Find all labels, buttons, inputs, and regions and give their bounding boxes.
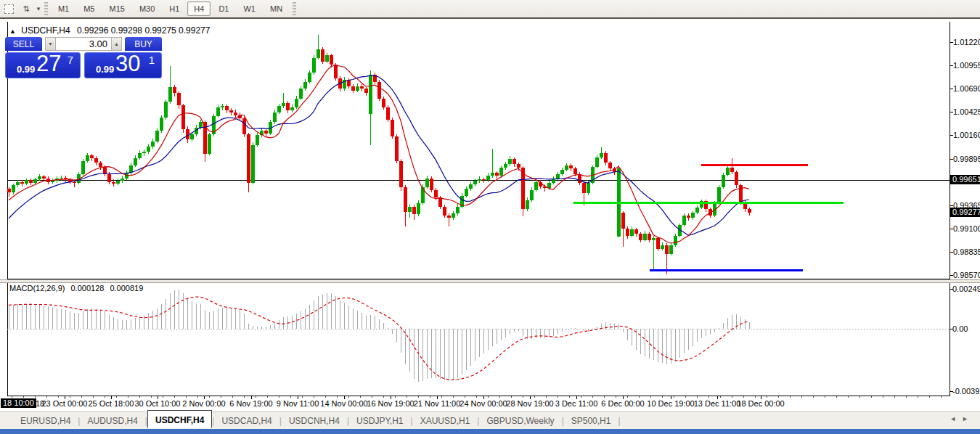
volume-increase-button[interactable]: ▲ — [111, 37, 122, 51]
chart-symbol: USDCHF,H4 — [21, 25, 70, 36]
tab-usdchf-h4[interactable]: USDCHF,H4 — [147, 410, 212, 428]
timeframe-button-w1[interactable]: W1 — [237, 1, 262, 16]
candle-body — [134, 158, 137, 165]
candle-body — [225, 106, 229, 110]
candle-body — [643, 234, 647, 239]
timeframe-button-mn[interactable]: MN — [264, 1, 289, 16]
candle-body — [273, 112, 277, 122]
tab-audusd-h4[interactable]: AUDUSD,H4 — [80, 414, 144, 428]
timeframe-button-h4[interactable]: H4 — [187, 1, 211, 16]
candle-body — [573, 168, 577, 173]
candle-body — [16, 182, 20, 186]
candle-body — [438, 197, 442, 206]
chart-shift-icon[interactable] — [2, 3, 15, 15]
candle-body — [556, 174, 560, 179]
timeframe-button-m15[interactable]: M15 — [102, 1, 131, 16]
tab-gbpusd-weekly[interactable]: GBPUSD,Weekly — [479, 414, 561, 428]
candle-body — [164, 102, 168, 118]
candle-body — [364, 89, 368, 93]
candle-body — [648, 234, 651, 239]
tab-scroll-arrows[interactable]: ◄► — [950, 415, 974, 422]
tab-sp500-h1[interactable]: SP500,H1 — [564, 414, 618, 428]
candle-body — [229, 110, 233, 112]
candle-body — [20, 182, 24, 184]
candle-body — [604, 153, 608, 163]
candle-body — [325, 55, 329, 61]
candle-body — [94, 158, 98, 163]
toolbar-grip-2[interactable] — [293, 2, 296, 15]
macd-value-1: 0.000128 — [70, 284, 104, 292]
candle-body — [33, 179, 37, 183]
timeframe-button-m30[interactable]: M30 — [133, 1, 161, 16]
volume-input[interactable]: 3.00 — [56, 37, 111, 51]
candle-body — [674, 236, 677, 245]
candle-body — [221, 106, 224, 107]
panel-splitter[interactable] — [0, 279, 980, 283]
candle-body — [722, 175, 725, 187]
toolbar-grip[interactable] — [44, 2, 48, 15]
tab-eurusd-h4[interactable]: EURUSD,H4 — [13, 414, 78, 428]
sell-price-box[interactable]: 0.99 27 7 — [5, 52, 81, 78]
candle-body — [295, 99, 298, 107]
candle-body — [177, 93, 181, 105]
tab-xauusd-h1[interactable]: XAUUSD,H1 — [413, 414, 478, 428]
candle-body — [277, 106, 281, 112]
candle-body — [486, 176, 490, 180]
timeframe-button-h1[interactable]: H1 — [163, 1, 186, 16]
sell-button[interactable]: SELL — [5, 37, 42, 51]
candle-body — [417, 203, 420, 215]
macd-signal-line — [9, 297, 749, 380]
candle-body — [669, 245, 673, 254]
candle-body — [517, 164, 520, 168]
tab-scroll-left-icon[interactable]: ◄ — [950, 415, 962, 422]
candle-body — [107, 174, 111, 182]
candle-body — [142, 152, 146, 152]
candle-body — [408, 207, 412, 212]
candle-body — [29, 180, 33, 183]
candle-body — [234, 112, 237, 115]
candle-body — [251, 145, 255, 183]
tab-usdcad-h4[interactable]: USDCAD,H4 — [214, 414, 279, 428]
macd-histogram — [9, 290, 750, 382]
candle-body — [7, 189, 11, 192]
candle-body — [147, 147, 150, 152]
candle-body — [569, 165, 573, 169]
candle-body — [639, 234, 642, 239]
candle-body — [264, 131, 268, 134]
chevron-down-icon[interactable]: ▼ — [36, 6, 41, 12]
buy-price-box[interactable]: 0.99 30 1 — [84, 52, 162, 78]
candle-body — [321, 49, 324, 62]
tab-usdjpy-h1[interactable]: USDJPY,H1 — [349, 414, 410, 428]
candle-body — [495, 173, 499, 176]
candle-body — [412, 207, 416, 215]
macd-name: MACD(12,26,9) — [9, 284, 65, 292]
candle-body — [687, 216, 690, 218]
symbols-arrows-icon[interactable]: ⇅ — [20, 3, 33, 15]
candle-body — [386, 107, 390, 120]
tab-scroll-right-icon[interactable]: ► — [962, 415, 974, 422]
candle-body — [356, 86, 359, 91]
timeframe-button-d1[interactable]: D1 — [212, 1, 235, 16]
candle-body — [404, 187, 407, 212]
timeframe-button-m1[interactable]: M1 — [52, 1, 75, 16]
macd-indicator-label: MACD(12,26,9) 0.000128 0.000819 — [9, 284, 143, 292]
candle-body — [682, 216, 686, 225]
candle-body — [425, 179, 429, 187]
candle-body — [247, 134, 250, 183]
buy-button[interactable]: BUY — [125, 37, 162, 51]
candle-body — [526, 200, 529, 209]
candle-body — [290, 107, 294, 111]
candle-body — [73, 182, 76, 183]
candle-body — [360, 86, 364, 89]
candle-body — [656, 238, 660, 249]
toolbar: ⇅ ▼ M1M5M15M30H1H4D1W1MN — [0, 0, 980, 19]
volume-decrease-button[interactable]: ▼ — [45, 37, 56, 51]
timeframe-button-m5[interactable]: M5 — [77, 1, 101, 16]
tab-usdcnh-h4[interactable]: USDCNH,H4 — [282, 414, 347, 428]
candle-body — [208, 134, 211, 154]
candle-body — [351, 86, 355, 91]
collapse-panel-icon[interactable]: ▲ — [9, 28, 16, 35]
trade-prices-row: 0.99 27 7 0.99 30 1 — [5, 52, 162, 78]
sell-price-sup: 7 — [68, 54, 73, 66]
candle-body — [530, 190, 534, 201]
